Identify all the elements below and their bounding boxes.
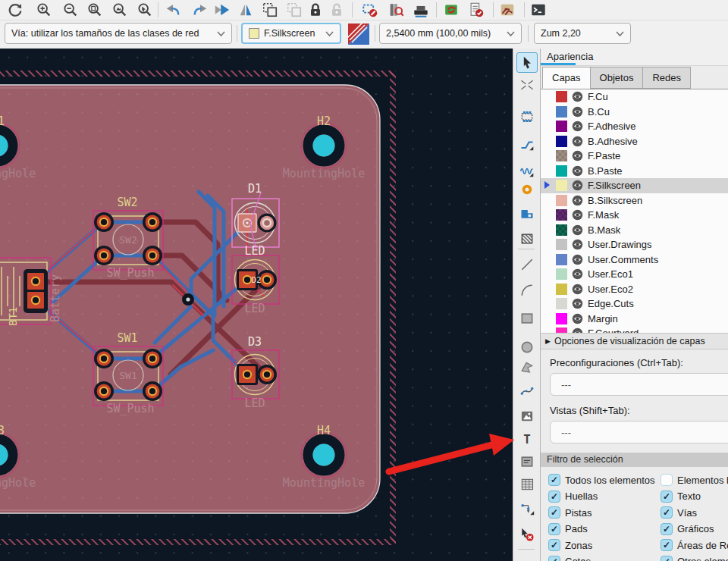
add-footprint-tool[interactable] bbox=[517, 107, 537, 127]
layer-row-user-eco2[interactable]: User.Eco2 bbox=[541, 282, 728, 297]
layer-color-swatch[interactable] bbox=[556, 121, 567, 132]
viewports-dropdown[interactable]: --- bbox=[550, 421, 728, 443]
layer-color-swatch[interactable] bbox=[556, 298, 567, 309]
zoom-dropdown[interactable]: Zum 2,20 bbox=[534, 23, 631, 44]
plot-icon[interactable] bbox=[411, 1, 431, 19]
filter-checkbox[interactable]: ✓ bbox=[548, 506, 560, 519]
zoom-in-icon[interactable] bbox=[34, 1, 54, 19]
update-pcb-from-schematic-icon[interactable] bbox=[441, 1, 461, 19]
filter-checkbox[interactable]: ✓ bbox=[661, 523, 673, 535]
flip-board-view-icon[interactable] bbox=[212, 1, 232, 19]
local-ratsnest-tool[interactable] bbox=[517, 75, 537, 95]
layer-pair-indicator-icon[interactable] bbox=[348, 24, 369, 48]
layer-row-user-comments[interactable]: User.Comments bbox=[541, 252, 728, 268]
layer-color-swatch[interactable] bbox=[556, 239, 567, 250]
tab-objetos[interactable]: Objetos bbox=[590, 67, 644, 89]
filter-checkbox[interactable]: ✓ bbox=[661, 556, 673, 561]
layer-color-swatch[interactable] bbox=[556, 150, 567, 161]
ungroup-items-icon[interactable] bbox=[284, 1, 304, 19]
layer-color-swatch[interactable] bbox=[556, 268, 567, 280]
layer-color-swatch[interactable] bbox=[556, 209, 567, 221]
visibility-eye-icon[interactable] bbox=[572, 268, 583, 280]
add-image-tool[interactable] bbox=[517, 406, 537, 426]
layer-row-f-courtyard[interactable]: F.Courtyard bbox=[541, 326, 728, 333]
add-text-tool[interactable]: T bbox=[517, 429, 537, 449]
layer-row-f-cu[interactable]: F.Cu bbox=[541, 89, 728, 105]
layer-color-swatch[interactable] bbox=[556, 165, 567, 177]
zoom-out-icon[interactable] bbox=[61, 1, 80, 19]
layer-color-swatch[interactable] bbox=[556, 180, 567, 191]
layer-color-swatch[interactable] bbox=[556, 254, 567, 265]
cleanup-tracks-icon[interactable] bbox=[497, 1, 517, 19]
layer-row-user-eco1[interactable]: User.Eco1 bbox=[541, 267, 728, 282]
lock-icon[interactable] bbox=[306, 1, 325, 19]
filter-checkbox[interactable]: ✓ bbox=[548, 474, 560, 486]
layer-row-edge-cuts[interactable]: Edge.Cuts bbox=[541, 296, 728, 312]
visibility-eye-icon[interactable] bbox=[572, 165, 583, 177]
interactive-delete-tool[interactable] bbox=[517, 525, 537, 544]
visibility-eye-icon[interactable] bbox=[572, 180, 583, 191]
add-via-tool[interactable] bbox=[517, 180, 537, 199]
add-dimension-tool[interactable] bbox=[517, 499, 537, 519]
visibility-eye-icon[interactable] bbox=[572, 328, 583, 333]
layer-color-swatch[interactable] bbox=[556, 328, 567, 333]
filter-checkbox[interactable]: ✓ bbox=[661, 506, 673, 519]
layer-row-f-paste[interactable]: F.Paste bbox=[541, 149, 728, 164]
zoom-fit-objects-icon[interactable] bbox=[110, 1, 130, 19]
visibility-eye-icon[interactable] bbox=[572, 313, 583, 324]
presets-dropdown[interactable]: --- bbox=[550, 373, 728, 396]
group-items-icon[interactable] bbox=[260, 1, 280, 19]
layer-row-f-adhesive[interactable]: F.Adhesive bbox=[541, 119, 728, 134]
hide-ratsnest-icon[interactable] bbox=[360, 1, 380, 19]
layer-row-margin[interactable]: Margin bbox=[541, 312, 728, 327]
layer-row-b-mask[interactable]: B.Mask bbox=[541, 223, 728, 238]
undo-icon[interactable] bbox=[163, 1, 183, 19]
layer-row-b-silkscreen[interactable]: B.Silkscreen bbox=[541, 193, 728, 208]
visibility-eye-icon[interactable] bbox=[572, 195, 583, 206]
filter-checkbox[interactable]: ✓ bbox=[548, 523, 560, 535]
via-size-dropdown[interactable]: Vía: utilizar los tamaños de las clases … bbox=[5, 23, 232, 44]
layer-row-f-mask[interactable]: F.Mask bbox=[541, 208, 728, 223]
search-footprints-icon[interactable] bbox=[386, 1, 406, 19]
active-layer-dropdown[interactable]: F.Silkscreen bbox=[241, 23, 341, 44]
visibility-eye-icon[interactable] bbox=[572, 150, 583, 161]
route-tracks-tool[interactable] bbox=[517, 134, 537, 154]
visibility-eye-icon[interactable] bbox=[572, 239, 583, 250]
add-textbox-tool[interactable] bbox=[517, 452, 537, 472]
via[interactable] bbox=[182, 293, 194, 306]
draw-line-tool[interactable] bbox=[517, 255, 537, 274]
layer-color-swatch[interactable] bbox=[556, 106, 567, 118]
refresh-icon[interactable] bbox=[5, 1, 24, 19]
visibility-eye-icon[interactable] bbox=[572, 284, 583, 295]
layer-row-b-cu[interactable]: B.Cu bbox=[541, 105, 728, 120]
layer-row-f-silkscreen[interactable]: F.Silkscreen bbox=[541, 178, 728, 193]
filter-checkbox[interactable]: ✓ bbox=[661, 490, 673, 503]
filter-checkbox[interactable]: ✓ bbox=[548, 556, 560, 561]
draw-polygon-tool[interactable] bbox=[517, 358, 537, 378]
draw-bezier-tool[interactable] bbox=[517, 381, 537, 400]
filter-checkbox[interactable]: ✓ bbox=[661, 539, 673, 551]
layer-color-swatch[interactable] bbox=[556, 136, 567, 147]
add-rule-area-tool[interactable] bbox=[517, 229, 537, 249]
zoom-fit-page-icon[interactable] bbox=[85, 1, 105, 19]
visibility-eye-icon[interactable] bbox=[572, 136, 583, 147]
layer-row-b-adhesive[interactable]: B.Adhesive bbox=[541, 134, 728, 149]
visibility-eye-icon[interactable] bbox=[572, 209, 583, 221]
design-rules-check-icon[interactable] bbox=[466, 1, 486, 19]
visibility-eye-icon[interactable] bbox=[572, 106, 583, 118]
tune-track-length-tool[interactable] bbox=[517, 161, 537, 180]
layer-color-swatch[interactable] bbox=[556, 91, 567, 102]
visibility-eye-icon[interactable] bbox=[572, 298, 583, 309]
track-width-dropdown[interactable]: 2,5400 mm (100,00 mils) bbox=[379, 23, 522, 44]
visibility-eye-icon[interactable] bbox=[572, 91, 583, 102]
draw-rectangle-tool[interactable] bbox=[517, 309, 537, 328]
add-table-tool[interactable] bbox=[517, 475, 537, 494]
filter-checkbox[interactable] bbox=[661, 474, 673, 486]
zoom-to-selection-icon[interactable] bbox=[135, 1, 155, 19]
layer-color-swatch[interactable] bbox=[556, 313, 567, 324]
redo-icon[interactable] bbox=[190, 1, 210, 19]
unlock-icon[interactable] bbox=[327, 1, 347, 19]
visibility-eye-icon[interactable] bbox=[572, 254, 583, 265]
visibility-eye-icon[interactable] bbox=[572, 121, 583, 132]
select-cursor-tool[interactable] bbox=[516, 52, 538, 73]
